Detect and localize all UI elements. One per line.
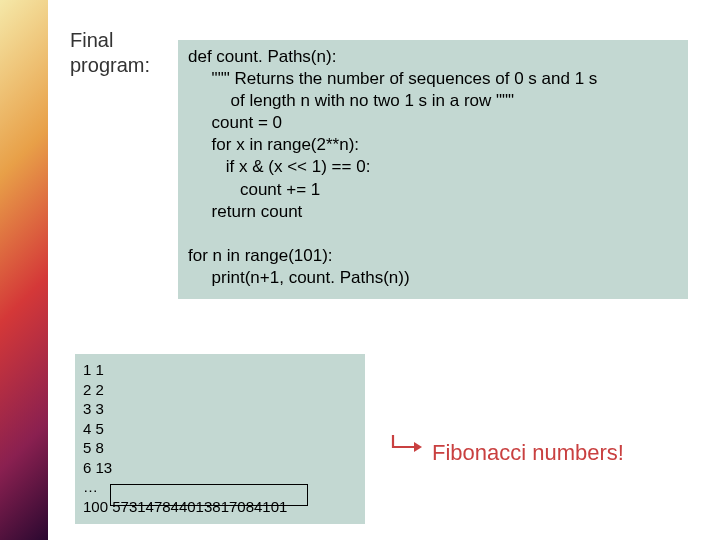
decorative-gradient-bar: [0, 0, 48, 540]
code-block: def count. Paths(n): """ Returns the num…: [178, 40, 688, 299]
title-line-2: program:: [70, 54, 150, 76]
slide-title: Final program:: [70, 28, 150, 78]
title-line-1: Final: [70, 29, 113, 51]
fibonacci-annotation: Fibonacci numbers!: [432, 440, 624, 466]
highlight-box: [110, 484, 308, 506]
arrow-icon: [390, 432, 424, 458]
